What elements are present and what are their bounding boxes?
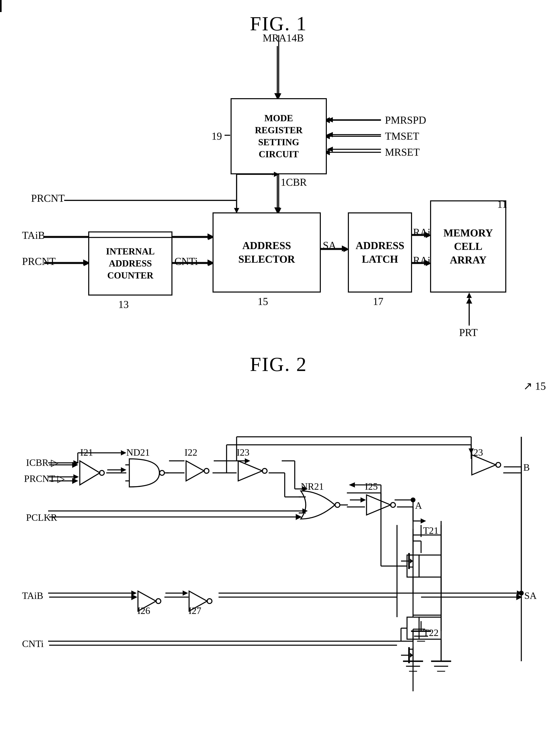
i23-right-symbol	[470, 453, 504, 481]
nd21-label: ND21	[126, 447, 150, 458]
cnti-fig2-label: CNTi	[22, 638, 44, 649]
svg-marker-27	[466, 297, 472, 304]
t22-symbol	[393, 631, 433, 691]
svg-marker-29	[72, 462, 78, 468]
svg-marker-118	[327, 117, 333, 122]
sa-label: SA	[323, 240, 336, 251]
b-label: B	[523, 462, 530, 473]
fig1-lines	[0, 0, 557, 351]
t21-symbol	[393, 529, 433, 617]
svg-marker-91	[472, 455, 496, 475]
fig2-lines	[0, 361, 557, 756]
svg-marker-21	[342, 246, 348, 251]
prt-label: PRT	[459, 326, 478, 339]
i25-label: I25	[365, 481, 378, 492]
address-selector-box: ADDRESSSELECTOR	[212, 212, 321, 292]
address-latch-box: ADDRESSLATCH	[348, 212, 412, 292]
address-latch-number: 17	[373, 295, 383, 307]
svg-marker-189	[517, 591, 522, 596]
i22-symbol	[184, 459, 214, 487]
svg-marker-132	[467, 292, 472, 298]
fig1-title: FIG. 1	[0, 12, 557, 35]
prcnt-top-label: PRCNT	[31, 192, 65, 204]
internal-address-counter-box: INTERNALADDRESSCOUNTER	[88, 231, 172, 295]
svg-marker-120	[327, 132, 333, 137]
svg-marker-64	[516, 594, 522, 600]
fig2-title: FIG. 2	[0, 353, 557, 376]
sa-fig2-label: SA	[524, 590, 536, 601]
nd21-symbol	[125, 457, 169, 493]
mode-register-box: MODEREGISTERSETTINGCIRCUIT	[231, 98, 327, 174]
mode-register-number: 19	[211, 130, 222, 142]
svg-point-79	[335, 503, 340, 507]
svg-marker-166	[349, 482, 355, 487]
svg-marker-77	[238, 461, 262, 481]
svg-marker-93	[138, 591, 156, 611]
svg-marker-95	[189, 591, 207, 611]
i23-left-label: I23	[237, 447, 250, 458]
svg-marker-75	[186, 461, 204, 481]
i26-symbol	[136, 589, 166, 617]
i21-symbol	[78, 459, 108, 491]
svg-marker-83	[367, 495, 390, 515]
internal-counter-number: 13	[118, 298, 129, 310]
address-selector-number: 15	[258, 295, 268, 307]
icbr-label: 1CBR	[281, 176, 307, 188]
i21-label: I21	[80, 447, 93, 458]
svg-rect-57	[0, 0, 2, 12]
taib-fig2-label: TAiB	[22, 590, 43, 601]
mra14b-label: MRA14B	[263, 32, 304, 44]
taib-label: TAiB	[22, 229, 45, 241]
svg-point-160	[411, 498, 415, 502]
pmrspd-label: PMRSPD	[385, 114, 426, 126]
i25-symbol	[364, 493, 399, 521]
fig2-ref: ↗ 15	[523, 380, 546, 392]
svg-marker-163	[421, 518, 426, 524]
svg-marker-31	[72, 478, 78, 484]
nr21-symbol	[299, 489, 351, 525]
pclkr-label: PCLKR	[26, 512, 57, 523]
page: FIG. 1	[0, 0, 557, 756]
svg-marker-116	[276, 93, 281, 99]
i22-label: I22	[184, 447, 197, 458]
memory-array-number: 11	[497, 198, 507, 210]
a-label: A	[415, 500, 422, 511]
mrset-label: MRSET	[385, 146, 420, 158]
prcnt-fig2-label: PRCNT ▷	[24, 473, 65, 484]
tmset-label: TMSET	[385, 130, 419, 142]
svg-marker-141	[121, 450, 126, 455]
svg-point-192	[519, 591, 524, 596]
memory-cell-array-box: MEMORYCELLARRAY	[430, 200, 506, 292]
cnti-label: CNTi	[174, 255, 198, 267]
rai-label: RAi	[413, 226, 431, 238]
svg-point-71	[159, 470, 165, 475]
svg-marker-69	[80, 461, 100, 485]
i27-symbol	[187, 589, 217, 617]
prcnt-left-label: PRCNT	[22, 255, 56, 267]
icbr-fig2-label: ICBR ▷	[26, 457, 58, 468]
svg-marker-122	[327, 147, 333, 152]
i23-left-symbol	[236, 459, 270, 487]
